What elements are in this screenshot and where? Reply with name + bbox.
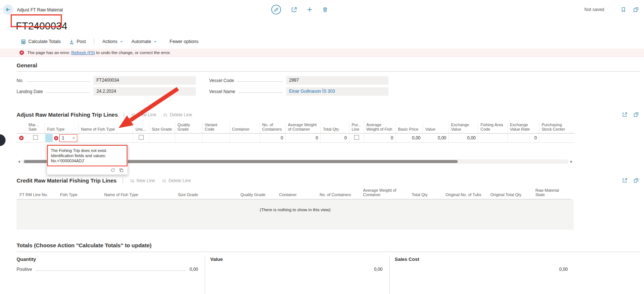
col-avg-weight-of-container[interactable]: Average Weight of Container (360, 187, 409, 199)
refresh-link[interactable]: Refresh (F5) (71, 50, 95, 55)
totals-sales-cost-group: Sales Cost 0,00 (389, 256, 574, 294)
credit-header-row: FT RM Line No. Fish Type Name of Fish Ty… (17, 187, 571, 199)
field-vessel-code: Vessel Code 2997 (209, 76, 388, 85)
share-icon[interactable] (622, 178, 627, 183)
col-fish-type[interactable]: Fish Type (45, 122, 79, 134)
fish-type-combobox[interactable]: 1 (59, 134, 77, 142)
delete-line-button[interactable]: Delete Line (162, 178, 191, 183)
calculator-icon (21, 39, 26, 45)
scroll-left-arrow[interactable] (17, 159, 22, 164)
col-avg-weight-of-container[interactable]: Average Weight of Container (286, 122, 321, 134)
sales-cost-amount: 0,00 (559, 267, 568, 272)
col-no-of-containers[interactable]: No. of Containers (317, 187, 360, 199)
cell-variant-code[interactable] (203, 134, 230, 143)
breadcrumb[interactable]: Adjust FT Raw Material (17, 7, 63, 13)
cell-total-qty[interactable]: 0 (321, 134, 349, 143)
adjust-lines-title[interactable]: Adjust Raw Material Fishing Trip Lines (17, 111, 118, 118)
cell-exchange-value[interactable]: 0,00 (449, 134, 478, 143)
col-name-of-fish-type[interactable]: Name of Fish Type (79, 122, 133, 134)
refresh-icon[interactable] (110, 168, 115, 173)
col-row-indicator (17, 122, 27, 134)
col-value[interactable]: Value (423, 122, 449, 134)
new-line-icon (131, 112, 136, 117)
general-section-title[interactable]: General (17, 62, 644, 68)
col-quality-grade[interactable]: Quality Grade (237, 187, 276, 199)
open-in-window-icon[interactable] (633, 112, 639, 117)
cell-avg-weight-of-container[interactable]: 0 (286, 134, 321, 143)
pur-line-checkbox[interactable] (354, 135, 359, 140)
vessel-code-input[interactable]: 2997 (286, 76, 388, 85)
col-total-qty[interactable]: Total Qty (409, 187, 443, 199)
cell-purchasing-stock-center[interactable] (539, 134, 575, 143)
col-original-no-of-tubs[interactable]: Original No. of Tubs (443, 187, 488, 199)
cell-basic-price[interactable]: 0,00 (396, 134, 423, 143)
row-error-indicator (17, 134, 27, 143)
dotted-leader (239, 92, 282, 93)
col-mar-sale[interactable]: Mar... Sale (27, 122, 45, 134)
landing-date-input[interactable]: 24.2.2024 (94, 87, 196, 96)
cell-fishing-area-code[interactable] (478, 134, 508, 143)
post-icon (69, 39, 74, 45)
col-name-of-fish-type[interactable]: Name of Fish Type (101, 187, 175, 199)
col-avg-weight-of-fish[interactable]: Average Weight of Fish (364, 122, 396, 134)
automate-menu[interactable]: Automate (131, 39, 157, 44)
cell-no-of-containers[interactable]: 0 (260, 134, 286, 143)
col-pur-line[interactable]: Pur... Line (349, 122, 364, 134)
col-raw-material-state[interactable]: Raw Material State (532, 187, 571, 199)
col-exchange-value[interactable]: Exchange Value (449, 122, 478, 134)
no-input[interactable]: FT2400034 (94, 76, 196, 85)
open-in-window-icon[interactable] (633, 7, 639, 13)
col-container[interactable]: Container (276, 187, 317, 199)
open-in-window-icon[interactable] (633, 178, 639, 183)
quantity-positive-value: 0,00 (190, 267, 198, 272)
col-size-grade[interactable]: Size Grade (149, 122, 175, 134)
col-quality-grade[interactable]: Quality Grade (175, 122, 203, 134)
col-size-grade[interactable]: Size Grade (175, 187, 237, 199)
col-purchasing-stock-center[interactable]: Purchasing Stock Center (539, 122, 575, 134)
totals-title[interactable]: Totals (Choose Action "Calculate Totals"… (17, 242, 644, 248)
back-button[interactable] (3, 4, 13, 15)
new-line-button[interactable]: New Line (130, 178, 155, 183)
cell-avg-weight-of-fish[interactable]: 0 (364, 134, 396, 143)
share-icon[interactable] (291, 7, 297, 13)
vessel-name-link[interactable]: Einar Guðnason ÍS 303 (286, 87, 388, 96)
error-banner-text: The page has an error. Refresh (F5) to u… (27, 50, 171, 55)
col-ft-rm-line-no[interactable]: FT RM Line No. (17, 187, 57, 199)
delete-icon[interactable] (322, 7, 328, 13)
mar-sale-checkbox[interactable] (33, 135, 38, 140)
cell-size-grade[interactable] (149, 134, 175, 143)
cell-exchange-value-rate[interactable]: 0 (508, 134, 539, 143)
col-basic-price[interactable]: Basic Price (396, 122, 423, 134)
general-section: General No. FT2400034 Landing Date 24.2.… (17, 62, 644, 98)
cell-container[interactable] (230, 134, 260, 143)
credit-lines-title[interactable]: Credit Raw Material Fishing Trip Lines (17, 177, 117, 184)
col-no-of-containers[interactable]: No. of Containers (260, 122, 286, 134)
bookmark-icon[interactable] (620, 7, 626, 13)
cell-name-of-fish-type[interactable] (79, 134, 133, 143)
calculate-totals-button[interactable]: Calculate Totals (21, 39, 61, 45)
cell-quality-grade[interactable] (175, 134, 203, 143)
col-total-qty[interactable]: Total Qty (321, 122, 349, 134)
divider (124, 112, 124, 117)
col-original-total-qty[interactable]: Original Total Qty (488, 187, 532, 199)
share-icon[interactable] (622, 112, 627, 117)
col-container[interactable]: Container (230, 122, 260, 134)
scroll-right-arrow[interactable] (569, 159, 574, 164)
actions-menu[interactable]: Actions (102, 39, 123, 44)
col-variant-code[interactable]: Variant Code (203, 122, 230, 134)
edit-icon[interactable] (271, 4, 281, 15)
post-button[interactable]: Post (69, 39, 86, 45)
uns-checkbox[interactable] (139, 135, 144, 140)
delete-line-button[interactable]: Delete Line (163, 112, 192, 117)
fewer-options-button[interactable]: Fewer options (170, 39, 199, 44)
value-row: 0,00 (210, 266, 389, 273)
col-exchange-value-rate[interactable]: Exchange Value Rate (508, 122, 539, 134)
col-uns[interactable]: Uns... (133, 122, 149, 134)
copy-icon[interactable] (119, 168, 124, 173)
chevron-down-icon[interactable] (72, 136, 75, 140)
new-line-button[interactable]: New Line (131, 112, 156, 117)
col-fishing-area-code[interactable]: Fishing Area Code (478, 122, 508, 134)
new-document-icon[interactable] (307, 7, 313, 13)
cell-value[interactable]: 0,00 (423, 134, 449, 143)
col-fish-type[interactable]: Fish Type (57, 187, 101, 199)
